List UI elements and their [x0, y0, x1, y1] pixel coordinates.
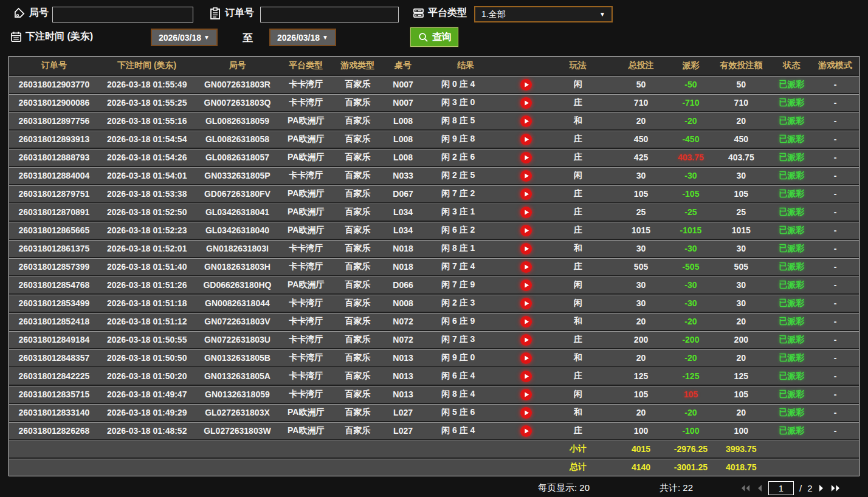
- cell-round-id: GD067263180FV: [195, 185, 280, 202]
- play-icon[interactable]: [520, 243, 532, 255]
- cell-payout: -505: [670, 258, 711, 275]
- platform-type-filter: 平台类型: [412, 7, 467, 19]
- play-icon[interactable]: [520, 389, 532, 400]
- platform-type-select[interactable]: 1.全部 ▼: [474, 6, 613, 22]
- cell-total-bet: 105: [611, 185, 671, 202]
- play-icon[interactable]: [520, 170, 532, 182]
- cell-valid-bet: 20: [711, 349, 771, 366]
- page-number-input[interactable]: [768, 481, 794, 495]
- status-badge: 已派彩: [771, 386, 811, 403]
- cell-payout: -1015: [670, 222, 711, 239]
- cell-table-no: N007: [383, 76, 423, 93]
- cell-empty: [771, 440, 811, 458]
- play-icon[interactable]: [520, 334, 532, 346]
- play-icon[interactable]: [520, 207, 532, 218]
- status-badge: 已派彩: [771, 240, 811, 257]
- date-to-picker[interactable]: 2026/03/18 ▼: [269, 29, 336, 46]
- cell-game-type: 百家乐: [332, 404, 383, 421]
- cell-result: 闲 6 庄 4: [423, 422, 508, 439]
- cell-payout: -20: [670, 112, 711, 129]
- status-badge: 已派彩: [771, 422, 811, 439]
- cell-play-type: 庄: [545, 258, 611, 275]
- cell-play-type: 庄: [545, 94, 611, 111]
- cell-platform: PA欧洲厅: [280, 149, 332, 166]
- cell-game-mode: -: [811, 94, 859, 111]
- header-cell-play-type: 玩法: [545, 57, 611, 75]
- cell-play-type: 庄: [545, 149, 611, 166]
- first-page-button[interactable]: [740, 484, 751, 492]
- play-icon[interactable]: [520, 425, 532, 437]
- cell-table-no: L008: [383, 131, 423, 148]
- play-icon[interactable]: [520, 261, 532, 273]
- cell-round-id: GN0072631803R: [195, 76, 280, 93]
- cell-empty: [195, 440, 280, 458]
- cell-video: [508, 112, 545, 129]
- cell-order-id: 260318012903770: [9, 76, 99, 93]
- cell-game-mode: -: [811, 258, 859, 275]
- date-from-picker[interactable]: 2026/03/18 ▼: [151, 29, 218, 46]
- play-icon[interactable]: [520, 225, 532, 236]
- play-icon[interactable]: [520, 79, 532, 91]
- cell-bet-time: 2026-03-18 01:52:50: [99, 204, 195, 221]
- cell-total-bet: 425: [611, 149, 671, 166]
- cell-game-mode: -: [811, 76, 859, 93]
- page-separator: /: [799, 483, 802, 493]
- cell-valid-bet: 105: [711, 386, 771, 403]
- play-icon[interactable]: [520, 97, 532, 109]
- cell-bet-time: 2026-03-18 01:50:55: [99, 331, 195, 348]
- play-icon[interactable]: [520, 407, 532, 419]
- grand-total-row-label: 总计: [545, 459, 611, 476]
- cell-game-type: 百家乐: [332, 276, 383, 293]
- play-icon[interactable]: [520, 152, 532, 163]
- header-cell-status: 状态: [771, 57, 811, 75]
- play-icon[interactable]: [520, 352, 532, 364]
- play-icon[interactable]: [520, 316, 532, 327]
- cell-platform: 卡卡湾厅: [280, 258, 332, 275]
- table-row: 2603180128573992026-03-18 01:51:40GN0182…: [9, 257, 859, 275]
- cell-order-id: 260318012852418: [9, 313, 99, 330]
- cell-round-id: GN0182631803I: [195, 240, 280, 257]
- grand-total-row: 总计4140-3001.254018.75: [9, 458, 859, 476]
- cell-game-mode: -: [811, 313, 859, 330]
- search-button[interactable]: 查询: [410, 27, 458, 47]
- round-number-input[interactable]: [52, 7, 193, 22]
- cell-total-bet: 505: [611, 258, 671, 275]
- cell-platform: 卡卡湾厅: [280, 313, 332, 330]
- play-icon[interactable]: [520, 134, 532, 145]
- cell-payout: -30: [670, 167, 711, 184]
- cell-valid-bet: 200: [711, 331, 771, 348]
- table-row: 2603180128977562026-03-18 01:55:16GL0082…: [9, 111, 859, 129]
- header-cell-valid-bet: 有效投注额: [711, 57, 771, 75]
- cell-video: [508, 222, 545, 239]
- next-page-button[interactable]: [818, 484, 825, 492]
- cell-bet-time: 2026-03-18 01:54:26: [99, 149, 195, 166]
- cell-video: [508, 258, 545, 275]
- cell-game-type: 百家乐: [332, 112, 383, 129]
- cell-result: 闲 6 庄 4: [423, 368, 508, 385]
- cell-empty: [423, 459, 508, 476]
- cell-result: 闲 5 庄 6: [423, 404, 508, 421]
- order-number-input[interactable]: [260, 7, 399, 22]
- cell-valid-bet: 20: [711, 313, 771, 330]
- play-icon[interactable]: [520, 298, 532, 309]
- prev-page-button[interactable]: [756, 484, 763, 492]
- play-icon[interactable]: [520, 371, 532, 382]
- play-icon[interactable]: [520, 115, 532, 127]
- cell-play-type: 闲: [545, 295, 611, 312]
- total-pages-label: 2: [807, 483, 812, 493]
- pagination: / 2: [740, 481, 841, 495]
- play-icon[interactable]: [520, 279, 532, 291]
- cell-table-no: L034: [383, 222, 423, 239]
- table-footer: 每页显示: 20 共计: 22 / 2: [0, 479, 868, 497]
- cell-game-type: 百家乐: [332, 131, 383, 148]
- cell-result: 闲 6 庄 2: [423, 222, 508, 239]
- cell-play-type: 闲: [545, 276, 611, 293]
- status-badge: 已派彩: [771, 149, 811, 166]
- cell-empty: [99, 440, 195, 458]
- cell-game-type: 百家乐: [332, 204, 383, 221]
- last-page-button[interactable]: [830, 484, 841, 492]
- cell-game-mode: -: [811, 276, 859, 293]
- cell-video: [508, 404, 545, 421]
- filter-bar: 局号 订单号 平台类型 1.全部 ▼ 下注时间 (美东) 2026/03/18 …: [0, 0, 868, 56]
- play-icon[interactable]: [520, 188, 532, 200]
